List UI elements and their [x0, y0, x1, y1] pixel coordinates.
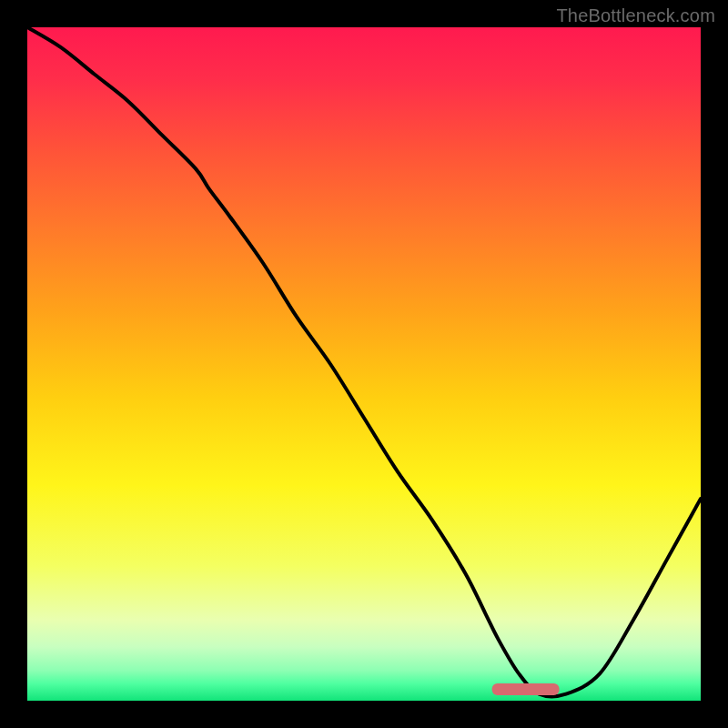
bottleneck-chart	[27, 27, 701, 701]
chart-frame: TheBottleneck.com	[0, 0, 728, 728]
watermark-label: TheBottleneck.com	[556, 5, 715, 26]
optimal-marker	[492, 683, 560, 695]
gradient-background	[27, 27, 701, 701]
plot-area	[27, 27, 701, 701]
